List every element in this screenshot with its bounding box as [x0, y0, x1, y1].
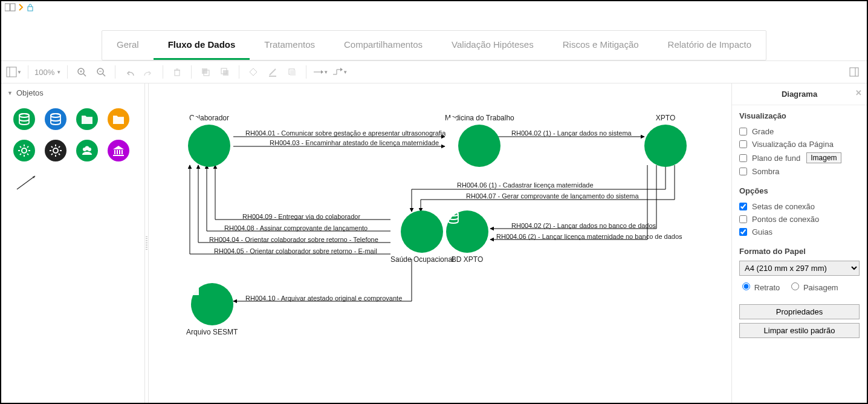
node-label: BD XPTO	[446, 255, 488, 264]
tab-tratamentos[interactable]: Tratamentos	[250, 31, 329, 60]
shape-bank-purple[interactable]	[106, 138, 131, 163]
node-xpto[interactable]: XPTO	[644, 114, 687, 167]
checkbox-conn-arrows[interactable]: Setas de conexão	[739, 200, 860, 213]
tab-riscos-mitigacao[interactable]: Riscos e Mitigação	[548, 31, 653, 60]
node-bd[interactable]: BD XPTO	[446, 210, 488, 264]
tabs-container: Geral Fluxo de Dados Tratamentos Compart…	[1, 13, 867, 60]
checkbox-grade[interactable]: Grade	[739, 125, 860, 138]
edge-label: RH004.03 - Encaminhar atestado de licenç…	[270, 139, 439, 146]
collapse-icon: ▼	[7, 90, 13, 96]
tab-fluxo-de-dados[interactable]: Fluxo de Dados	[154, 31, 250, 60]
edge-label: RH004.07 - Gerar comprovante de lançamen…	[466, 192, 639, 200]
node-saude[interactable]: Saúde Ocupacional	[390, 210, 454, 264]
edge-label: RH004.06 (1) - Cadastrar licença materni…	[457, 181, 594, 189]
svg-rect-38	[269, 76, 276, 77]
svg-rect-34	[202, 68, 207, 74]
diagram-canvas[interactable]: Colaborador Medicina do Trabalho XPTO Sa…	[149, 83, 731, 403]
toggle-right-panel-button[interactable]	[846, 64, 862, 80]
image-button[interactable]: Imagem	[806, 152, 841, 163]
right-panel-header: Diagrama ✕	[732, 83, 867, 105]
tabs: Geral Fluxo de Dados Tratamentos Compart…	[102, 30, 766, 60]
line-color-button[interactable]	[265, 64, 280, 80]
right-panel-title: Diagrama	[782, 90, 817, 99]
shape-db-green[interactable]	[12, 107, 36, 131]
checkbox-shadow[interactable]: Sombra	[739, 165, 860, 178]
edge-label: RH004.05 - Orientar colaborador sobre re…	[214, 247, 377, 255]
left-panel-title: Objetos	[16, 88, 44, 97]
edge-label: RH004.01 - Comunicar sobre gestação e ap…	[245, 129, 445, 137]
layout-button[interactable]: ▼	[6, 64, 22, 80]
to-back-button[interactable]	[217, 64, 233, 80]
node-label: Saúde Ocupacional	[390, 255, 454, 264]
svg-line-44	[17, 176, 35, 189]
shape-arrow[interactable]	[1, 168, 144, 200]
svg-rect-20	[10, 4, 15, 11]
tab-geral[interactable]: Geral	[102, 31, 154, 60]
checkbox-background[interactable]: Plano de fund	[739, 154, 800, 163]
tab-compartilhamentos[interactable]: Compartilhamentos	[329, 31, 437, 60]
zoom-in-button[interactable]	[74, 64, 89, 80]
edge-label: RH004.10 - Arquivar atestado original e …	[245, 295, 402, 302]
node-colaborador[interactable]: Colaborador	[188, 114, 230, 167]
toolbar: ▼ 100%▼ ▼ ▼	[1, 60, 867, 83]
svg-rect-42	[850, 68, 858, 76]
shadow-button[interactable]	[284, 64, 300, 80]
shape-db-blue[interactable]	[44, 107, 68, 131]
zoom-level[interactable]: 100%▼	[34, 64, 61, 80]
edge-label: RH004.08 - Assinar comprovante de lançam…	[224, 224, 368, 232]
delete-button[interactable]	[169, 64, 185, 80]
svg-rect-36	[223, 70, 228, 76]
to-front-button[interactable]	[198, 64, 213, 80]
paper-size-select[interactable]: A4 (210 mm x 297 mm)	[739, 261, 860, 276]
radio-portrait[interactable]: Retrato	[739, 281, 780, 292]
shape-gear-green[interactable]	[12, 138, 36, 163]
section-paper: Formato do Papel	[739, 247, 860, 256]
properties-button[interactable]: Propriedades	[739, 304, 860, 319]
panel-icon	[5, 3, 16, 11]
shape-folder-green[interactable]	[75, 107, 99, 131]
tab-relatorio-impacto[interactable]: Relatório de Impacto	[653, 31, 766, 60]
svg-rect-22	[7, 67, 16, 77]
shape-gear-black[interactable]	[44, 138, 68, 163]
radio-landscape[interactable]: Paisagem	[788, 281, 838, 292]
svg-rect-40	[290, 70, 296, 76]
undo-button[interactable]	[121, 64, 137, 80]
section-options: Opções	[739, 186, 860, 195]
right-panel: Diagrama ✕ Visualização Grade Visualizaç…	[731, 83, 867, 403]
svg-line-29	[103, 74, 105, 76]
section-visualizacao: Visualização	[739, 111, 860, 120]
edge-label: RH004.06 (2) - Lançar licença maternidad…	[496, 233, 682, 240]
waypoint-style-button[interactable]: ▼	[332, 64, 348, 80]
tab-validacao-hipoteses[interactable]: Validação Hipóteses	[437, 31, 548, 60]
shape-group-green[interactable]	[75, 138, 99, 163]
left-panel-header[interactable]: ▼ Objetos	[1, 83, 144, 102]
checkbox-conn-points[interactable]: Pontos de conexão	[739, 213, 860, 226]
checkbox-guides[interactable]: Guias	[739, 226, 860, 238]
zoom-out-button[interactable]	[93, 64, 109, 80]
lock-icon	[27, 3, 34, 11]
titlebar	[1, 1, 867, 13]
svg-rect-31	[175, 70, 180, 76]
fill-color-button[interactable]	[245, 64, 261, 80]
edge-label: RH004.09 - Entregar via do colaborador	[242, 213, 360, 220]
checkbox-page-view[interactable]: Visualização da Página	[739, 138, 860, 151]
svg-rect-21	[28, 7, 33, 11]
edge-label: RH004.02 (2) - Lançar dados no banco de …	[511, 222, 656, 229]
redo-button[interactable]	[141, 64, 157, 80]
chevron-right-icon	[18, 3, 24, 11]
close-icon[interactable]: ✕	[855, 88, 862, 97]
connection-style-button[interactable]: ▼	[313, 64, 328, 80]
node-medicina[interactable]: Medicina do Trabalho	[445, 114, 514, 167]
edge-label: RH004.04 - Orientar colaborador sobre re…	[209, 236, 378, 243]
node-label: Arquivo SESMT	[186, 328, 238, 336]
clear-style-button[interactable]: Limpar estilo padrão	[739, 323, 860, 338]
svg-rect-19	[5, 4, 10, 11]
left-panel: ▼ Objetos	[1, 83, 145, 403]
svg-line-25	[83, 74, 86, 76]
node-arquivo[interactable]: Arquivo SESMT	[186, 283, 238, 336]
shape-palette	[1, 102, 144, 168]
shape-folder-orange[interactable]	[106, 107, 131, 131]
edge-label: RH004.02 (1) - Lançar dados no sistema	[511, 129, 632, 137]
